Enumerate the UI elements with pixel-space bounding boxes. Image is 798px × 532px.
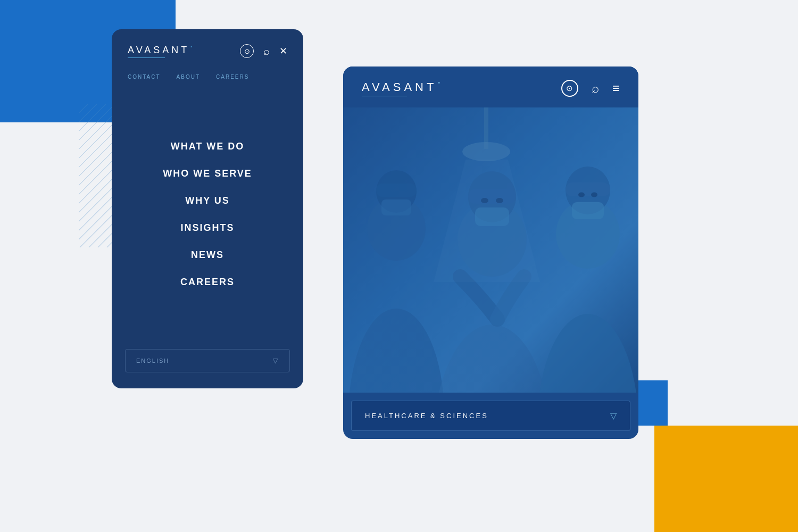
contact-link[interactable]: CONTACT: [128, 74, 161, 80]
nav-menu-items: WHAT WE DO WHO WE SERVE WHY US INSIGHTS …: [112, 90, 303, 338]
menu-item-what-we-do[interactable]: WHAT WE DO: [112, 136, 303, 157]
search-icon[interactable]: ⌕: [263, 45, 270, 57]
careers-secondary-link[interactable]: CAREERS: [216, 74, 249, 80]
hero-footer-text: HEALTHCARE & SCIENCES: [365, 412, 488, 420]
nav-secondary-links: CONTACT ABOUT CAREERS: [112, 69, 303, 90]
nav-logo-top-row: AVASANT •: [128, 45, 192, 56]
hero-search-icon[interactable]: ⌕: [592, 81, 599, 96]
nav-logo-text: AVASANT: [128, 45, 189, 56]
menu-item-insights[interactable]: INSIGHTS: [112, 217, 303, 239]
hero-user-icon[interactable]: ⊙: [561, 80, 578, 97]
hero-header-icons: ⊙ ⌕ ≡: [561, 80, 620, 97]
svg-rect-25: [343, 107, 638, 393]
hero-logo-text: AVASANT: [362, 80, 437, 94]
bg-bottom-right-yellow: [654, 426, 798, 532]
hero-logo-wrapper: AVASANT •: [362, 80, 440, 96]
about-link[interactable]: ABOUT: [177, 74, 200, 80]
surgery-bg: [343, 107, 638, 393]
language-dropdown-icon: ▽: [273, 357, 279, 364]
nav-header-icons: ⊙ ⌕ ✕: [240, 44, 287, 58]
language-current: ENGLISH: [136, 358, 169, 364]
nav-logo-underline: [128, 57, 165, 58]
hero-footer-dropdown-icon: ▽: [610, 411, 617, 421]
hero-logo-top-row: AVASANT •: [362, 80, 440, 94]
hero-logo-underline: [362, 96, 407, 96]
menu-item-news[interactable]: NEWS: [112, 244, 303, 266]
menu-item-why-us[interactable]: WHY US: [112, 190, 303, 212]
menu-item-who-we-serve[interactable]: WHO WE SERVE: [112, 163, 303, 185]
language-selector[interactable]: ENGLISH ▽: [125, 349, 290, 372]
close-icon[interactable]: ✕: [279, 45, 287, 57]
hero-footer[interactable]: HEALTHCARE & SCIENCES ▽: [351, 401, 630, 431]
menu-item-careers[interactable]: CAREERS: [112, 271, 303, 293]
nav-phone-header: AVASANT • ⊙ ⌕ ✕: [112, 29, 303, 69]
hero-image-area: [343, 107, 638, 393]
hero-phone: AVASANT • ⊙ ⌕ ≡: [343, 66, 638, 439]
hero-menu-icon[interactable]: ≡: [612, 81, 620, 96]
hero-phone-header: AVASANT • ⊙ ⌕ ≡: [343, 66, 638, 107]
nav-menu-phone: AVASANT • ⊙ ⌕ ✕ CONTACT ABOUT CAREERS WH…: [112, 29, 303, 388]
nav-logo-wrapper: AVASANT •: [128, 45, 192, 58]
user-icon[interactable]: ⊙: [240, 44, 254, 58]
